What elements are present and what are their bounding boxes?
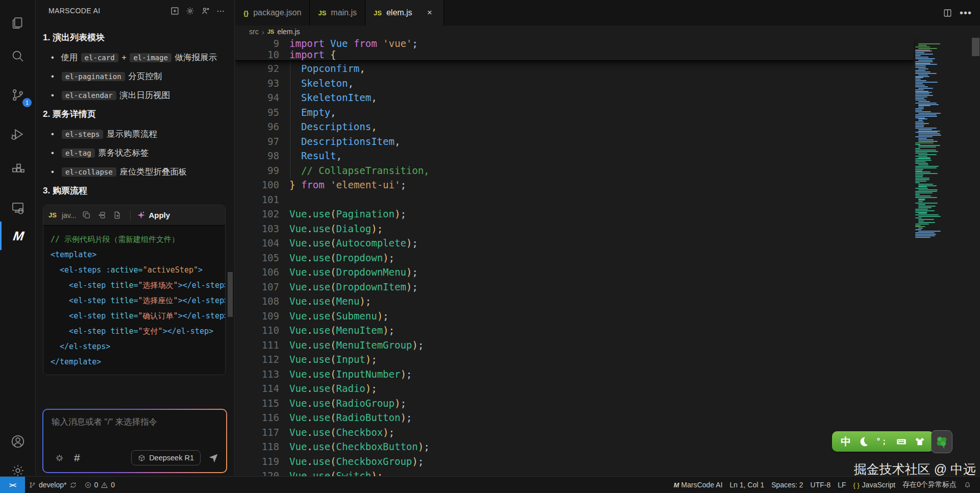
code-line[interactable]: 9import Vue from 'vue'; <box>235 38 914 49</box>
moon-icon[interactable] <box>858 436 869 447</box>
new-file-icon[interactable] <box>112 210 122 220</box>
code-line[interactable]: 93 Skeleton, <box>235 76 914 91</box>
code-line[interactable]: 108Vue.use(Menu); <box>235 294 914 309</box>
line-content: Skeleton, <box>289 76 354 91</box>
code-line[interactable]: 96 Descriptions, <box>235 119 914 134</box>
line-content: import Vue from 'vue'; <box>289 38 418 49</box>
code-line[interactable]: 99 // CollapseTransition, <box>235 163 914 178</box>
account-icon[interactable] <box>0 428 36 455</box>
explorer-icon[interactable] <box>0 10 36 36</box>
code-line[interactable]: 110Vue.use(MenuItem); <box>235 323 914 338</box>
code-line[interactable]: 103Vue.use(Dialog); <box>235 221 914 236</box>
line-content: Vue.use(DropdownMenu); <box>289 265 418 280</box>
context-hash-icon[interactable]: # <box>74 452 80 464</box>
code-line[interactable]: 97 DescriptionsItem, <box>235 134 914 149</box>
minimap[interactable] <box>914 43 950 238</box>
code-line[interactable]: 107Vue.use(DropdownItem); <box>235 280 914 294</box>
code-line[interactable]: 105Vue.use(Dropdown); <box>235 251 914 265</box>
code-line[interactable]: 112Vue.use(Input); <box>235 352 914 367</box>
problems-item[interactable]: 0 0 <box>81 477 119 493</box>
apply-button[interactable]: Apply <box>137 211 170 219</box>
keyboard-icon[interactable] <box>896 436 907 447</box>
branch-item[interactable]: develop* <box>25 477 81 493</box>
close-tab-icon[interactable]: × <box>424 7 435 18</box>
code-line[interactable]: 116Vue.use(RadioButton); <box>235 410 914 425</box>
minimap-line <box>915 178 929 179</box>
code-line[interactable]: 119Vue.use(CheckboxGroup); <box>235 454 914 469</box>
code-line[interactable]: 115Vue.use(RadioGroup); <box>235 396 914 411</box>
punctuation-toggle[interactable]: °； <box>877 436 888 447</box>
code-line[interactable]: 120Vue.use(Switch); <box>235 469 914 476</box>
share-user-icon[interactable] <box>198 3 213 18</box>
status-bar: >< develop* 0 0 M MarsCode AI Ln 1, Col … <box>0 476 980 493</box>
line-number: 105 <box>235 251 279 265</box>
tab-main-js[interactable]: JS main.js <box>310 0 365 26</box>
editor-more-icon[interactable]: ••• <box>960 7 972 19</box>
notifications-bell-icon[interactable] <box>960 477 975 493</box>
minimap-line <box>918 204 925 205</box>
copy-icon[interactable] <box>81 210 91 220</box>
minimap-line <box>918 135 941 136</box>
list-item: el-steps 显示购票流程 <box>43 126 228 142</box>
more-actions-icon[interactable]: ⋯ <box>213 3 228 18</box>
code-line[interactable]: 102Vue.use(Pagination); <box>235 207 914 221</box>
code-line[interactable]: 104Vue.use(Autocomplete); <box>235 236 914 251</box>
line-number: 103 <box>235 221 279 236</box>
sogou-clover-icon[interactable] <box>931 430 952 453</box>
split-editor-icon[interactable] <box>943 8 952 18</box>
code-line[interactable]: 109Vue.use(Submenu); <box>235 309 914 324</box>
code-line[interactable]: 113Vue.use(InputNumber); <box>235 367 914 382</box>
code-line[interactable]: 117Vue.use(Checkbox); <box>235 425 914 440</box>
code-editor[interactable]: 92 Popconfirm,93 Skeleton,94 SkeletonIte… <box>235 38 980 476</box>
chat-input[interactable] <box>52 417 219 427</box>
model-selector[interactable]: Deepseek R1 <box>131 450 201 465</box>
code-line[interactable]: 92 Popconfirm, <box>235 61 914 76</box>
search-icon[interactable] <box>0 43 36 69</box>
tab-elem-js[interactable]: JS elem.js × <box>365 0 444 26</box>
tab-package-json[interactable]: {} package.json <box>235 0 310 26</box>
sidebar-scrollbar[interactable] <box>228 272 233 317</box>
encoding[interactable]: UTF-8 <box>807 477 835 493</box>
skin-shirt-icon[interactable] <box>914 436 925 447</box>
remote-indicator[interactable]: >< <box>0 477 25 493</box>
code-line[interactable]: 100} from 'element-ui'; <box>235 178 914 192</box>
breadcrumb-file[interactable]: elem.js <box>277 28 300 36</box>
eol[interactable]: LF <box>834 477 849 493</box>
send-icon[interactable] <box>206 450 221 465</box>
code-line[interactable]: 118Vue.use(CheckboxButton); <box>235 439 914 454</box>
code-line[interactable]: 10import { <box>235 49 914 60</box>
inline-code-chip: el-collapse <box>62 167 116 177</box>
marscode-icon[interactable]: M <box>0 221 36 250</box>
code-line[interactable]: 106Vue.use(DropdownMenu); <box>235 265 914 280</box>
panel-settings-icon[interactable] <box>182 3 198 18</box>
remote-explorer-icon[interactable] <box>0 195 36 221</box>
minimap-line <box>915 151 938 152</box>
code-line[interactable]: 95 Empty, <box>235 105 914 120</box>
indentation[interactable]: Spaces: 2 <box>768 477 806 493</box>
cursor-position[interactable]: Ln 1, Col 1 <box>726 477 768 493</box>
code-line[interactable]: 98 Result, <box>235 149 914 163</box>
line-number: 95 <box>235 105 279 120</box>
run-debug-icon[interactable] <box>0 121 36 147</box>
new-chat-icon[interactable] <box>167 3 182 18</box>
line-number: 108 <box>235 294 279 309</box>
code-line[interactable]: 101 <box>235 192 914 207</box>
extensions-icon[interactable] <box>0 156 36 182</box>
ime-mode-chinese[interactable]: 中 <box>841 435 851 449</box>
language-mode[interactable]: { } JavaScript <box>850 477 899 493</box>
minimap-line <box>915 203 938 204</box>
source-control-icon[interactable]: 1 <box>0 82 36 108</box>
breadcrumb-folder[interactable]: src <box>249 28 259 36</box>
minimap-line <box>918 219 934 220</box>
minimap-line <box>915 150 936 151</box>
spark-icon[interactable] <box>52 450 67 465</box>
marscode-status[interactable]: M MarsCode AI <box>670 477 726 493</box>
code-line[interactable]: 114Vue.use(Radio); <box>235 381 914 396</box>
minimap-line <box>915 171 930 172</box>
code-line[interactable]: 94 SkeletonItem, <box>235 90 914 105</box>
insert-code-icon[interactable] <box>96 210 107 220</box>
minimap-line <box>918 141 938 142</box>
anomaly-status[interactable]: 存在0个异常标点 <box>899 477 960 493</box>
code-line[interactable]: 111Vue.use(MenuItemGroup); <box>235 338 914 353</box>
editor-scrollbar[interactable] <box>972 38 979 56</box>
